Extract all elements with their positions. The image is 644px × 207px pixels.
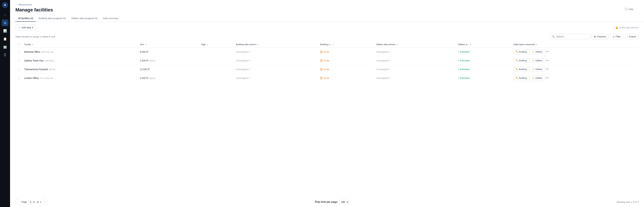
- cell-utilities-status-3: ≈ Estimated: [456, 74, 511, 82]
- pencil-icon-building-0: ✏️: [516, 51, 518, 53]
- more-options-button-0[interactable]: •••: [544, 50, 550, 54]
- page-select[interactable]: 1: [28, 200, 36, 204]
- more-options-button-1[interactable]: •••: [544, 58, 550, 63]
- edit-building-button-2[interactable]: ✏️ Building: [513, 67, 529, 72]
- tab-building-data[interactable]: Building data assigned (0): [36, 15, 68, 22]
- cell-utilities-status-1: ≈ Estimated: [456, 56, 511, 65]
- edit-utilities-button-3[interactable]: ⚡ Utilities: [530, 76, 544, 80]
- col-header-building-owners[interactable]: Building data owners ⇅: [234, 41, 318, 48]
- select-info: Select facilities to assign or delete in…: [16, 36, 55, 38]
- columns-button[interactable]: ⊞ Columns: [591, 34, 608, 39]
- table-header-row: Facility ⇅ Size ⇅ Tags ⇅ Building data o…: [16, 41, 639, 48]
- facility-addr-0: 360 Rue Sai...: [41, 51, 55, 53]
- cell-utilities-owner-3: Unassigned ▾: [374, 74, 456, 82]
- utilities-status-text-2: Estimated: [460, 68, 470, 71]
- utilities-owner-select-1[interactable]: Unassigned ▾: [376, 59, 454, 62]
- total-pages: 1: [40, 201, 41, 203]
- add-data-label: Add data: [22, 26, 31, 29]
- sidebar-item-dashboard[interactable]: ▦: [2, 20, 8, 26]
- building-owner-select-0[interactable]: Unassigned ▾: [236, 51, 316, 53]
- sidebar-item-report[interactable]: 📋: [2, 36, 8, 42]
- wave-icon-3: ≈: [458, 77, 459, 79]
- col-header-facility[interactable]: Facility ⇅: [22, 41, 138, 48]
- help-button[interactable]: ⓘ Help: [625, 8, 633, 11]
- sidebar-item-data[interactable]: 🗄: [2, 52, 8, 58]
- building-owner-dropdown-icon-2: ▾: [250, 68, 250, 70]
- sidebar-item-chart[interactable]: 📊: [2, 28, 8, 34]
- utilities-owner-select-2[interactable]: Unassigned ▾: [376, 68, 454, 71]
- cell-utilities-owner-1: Unassigned ▾: [374, 56, 456, 65]
- row-checkbox-1[interactable]: [18, 59, 20, 62]
- col-header-utilities-owners[interactable]: Utilities data owners ⇅: [374, 41, 456, 48]
- next-page-button[interactable]: ›: [42, 199, 47, 204]
- row-limit-select[interactable]: 100 50 25: [339, 200, 349, 204]
- page-label: Page: [22, 201, 27, 203]
- more-options-button-2[interactable]: •••: [544, 67, 550, 71]
- building-owner-value-0: Unassigned: [236, 51, 248, 53]
- table-row: Sydney Tower Eye, 108 Mark... 2,500 ft² …: [16, 56, 639, 65]
- edit-building-button-1[interactable]: ✏️ Building: [513, 58, 529, 63]
- cell-actions-3: ✏️ Building ⚡ Utilities •••: [511, 74, 639, 82]
- row-checkbox-cell-1: [16, 56, 22, 65]
- utilities-owner-select-0[interactable]: Unassigned ▾: [376, 51, 454, 53]
- tab-utilities-data[interactable]: Utilities data assigned (0): [68, 15, 100, 22]
- pencil-icon-building-1: ✏️: [516, 59, 518, 62]
- of-label: of: [37, 201, 39, 203]
- building-status-badge-3: To do: [320, 77, 372, 79]
- pagination-left: ‹ Page 1 of 1 ›: [16, 199, 47, 204]
- search-input[interactable]: [556, 35, 586, 38]
- building-status-text-2: To do: [324, 68, 329, 71]
- notify-button[interactable]: 🔔 Notify data owners: [615, 26, 639, 29]
- export-icon: ↓: [627, 35, 628, 38]
- select-all-checkbox[interactable]: [18, 43, 20, 46]
- edit-utilities-button-1[interactable]: ⚡ Utilities: [530, 58, 544, 63]
- help-label: Help: [628, 8, 633, 11]
- building-owner-select-2[interactable]: Unassigned ▾: [236, 68, 316, 71]
- sidebar-item-building[interactable]: 🏢: [2, 44, 8, 50]
- facility-name-2: Transamerica Pyramid,: [24, 68, 48, 71]
- col-header-utility-types[interactable]: Utility types measured ⇅: [511, 41, 639, 48]
- col-header-tags[interactable]: Tags ⇅: [199, 41, 234, 48]
- edit-building-button-3[interactable]: ✏️ Building: [513, 76, 529, 80]
- breadcrumb-arrow: ←: [16, 3, 18, 6]
- size-sort-icon: ⇅: [145, 44, 146, 46]
- building-btn-label-1: Building: [519, 59, 527, 62]
- page-title: Manage facilities: [16, 7, 639, 13]
- row-checkbox-cell-0: [16, 48, 22, 56]
- utilities-owner-select-3[interactable]: Unassigned ▾: [376, 77, 454, 79]
- search-box[interactable]: 🔍: [550, 34, 590, 39]
- edit-building-button-0[interactable]: ✏️ Building: [513, 50, 529, 54]
- pencil-icon-building-3: ✏️: [516, 77, 518, 79]
- building-owner-select-1[interactable]: Unassigned ▾: [236, 59, 316, 62]
- size-value-3: 2,000 ft²: [140, 77, 148, 79]
- export-button[interactable]: ↓ Export: [625, 34, 639, 39]
- chart-icon: 📊: [3, 29, 7, 33]
- utilities-status-badge-3: ≈ Estimated: [458, 77, 509, 79]
- building-owner-select-3[interactable]: Unassigned ▾: [236, 77, 316, 79]
- sidebar-item-home[interactable]: ⌂: [2, 12, 8, 18]
- edit-utilities-button-2[interactable]: ⚡ Utilities: [530, 67, 544, 72]
- utilities-owners-sort-icon: ⇅: [397, 44, 398, 46]
- col-header-utilities-status[interactable]: Utilities st... ⇅: [456, 41, 511, 48]
- cell-utilities-owner-0: Unassigned ▾: [374, 48, 456, 56]
- columns-icon: ⊞: [594, 35, 596, 38]
- prev-page-button[interactable]: ‹: [16, 199, 20, 204]
- cell-building-status-2: To do: [318, 65, 374, 74]
- col-header-size[interactable]: Size ⇅: [138, 41, 199, 48]
- col-header-building-status[interactable]: Building s... ⇅: [318, 41, 374, 48]
- plus-icon: ＋: [18, 26, 21, 29]
- tab-data-summary[interactable]: Data summary: [100, 15, 121, 22]
- filter-button[interactable]: ⊿ Filter: [610, 34, 623, 39]
- row-checkbox-2[interactable]: [18, 68, 20, 71]
- utilities-btn-label-3: Utilities: [535, 77, 542, 79]
- row-checkbox-3[interactable]: [18, 77, 20, 79]
- breadcrumb[interactable]: ← Measurement: [16, 3, 639, 6]
- cell-size-3: 2,000 ft² (latest): [138, 74, 199, 82]
- add-data-button[interactable]: ＋ Add data ▾: [16, 25, 36, 31]
- edit-utilities-button-0[interactable]: ⚡ Utilities: [530, 50, 544, 54]
- tab-all-facilities[interactable]: All facilities (4): [16, 15, 36, 22]
- pencil-icon-building-2: ✏️: [516, 68, 518, 71]
- row-checkbox-0[interactable]: [18, 51, 20, 53]
- more-options-button-3[interactable]: •••: [544, 76, 550, 80]
- building-owner-value-1: Unassigned: [236, 59, 248, 62]
